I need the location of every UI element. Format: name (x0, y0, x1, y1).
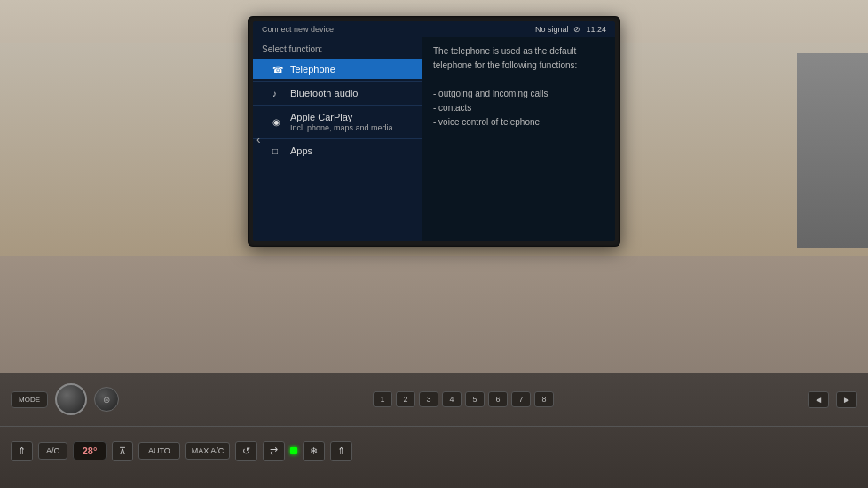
music-icon: ♪ (272, 89, 285, 98)
divider-2 (253, 105, 422, 106)
recirculation-icon: ↺ (242, 445, 250, 456)
sync-icon: ⇄ (270, 445, 278, 456)
fan-button[interactable]: ⊛ (94, 387, 119, 412)
right-info-panel: The telephone is used as the default tel… (422, 37, 615, 241)
fan-down-button[interactable]: ⊼ (112, 441, 133, 461)
preset-btn-4[interactable]: 4 (442, 391, 462, 407)
select-function-label: Select function: (253, 43, 422, 59)
left-menu-panel: Select function: ‹ ☎ Telephone ♪ (253, 37, 422, 241)
menu-item-telephone[interactable]: ☎ Telephone (253, 59, 422, 79)
divider-1 (253, 81, 422, 82)
temperature-display: 28° (73, 441, 107, 460)
seat-heat-right-icon: ⇑ (337, 445, 345, 456)
connect-label: Connect new device (262, 25, 334, 34)
preset-btn-8[interactable]: 8 (534, 391, 554, 407)
info-description: The telephone is used as the default tel… (433, 44, 604, 130)
infotainment-screen: Connect new device No signal ⊘ 11:24 Sel… (253, 21, 615, 241)
auto-button[interactable]: AUTO (138, 442, 180, 460)
control-panel: MODE ⊛ 1 2 3 4 5 6 7 8 ◄ ► ⇑ A/C (0, 373, 868, 488)
fan-icon: ⊛ (103, 395, 110, 405)
dashboard: Connect new device No signal ⊘ 11:24 Sel… (0, 0, 868, 488)
divider-3 (253, 138, 422, 139)
bluetooth-text: Bluetooth audio (290, 88, 358, 98)
preset-btn-2[interactable]: 2 (396, 391, 415, 407)
time-display: 11:24 (586, 25, 606, 34)
preset-buttons-group: 1 2 3 4 5 6 7 8 (126, 391, 801, 407)
status-bar: Connect new device No signal ⊘ 11:24 (253, 21, 615, 37)
dash-right-panel (797, 53, 868, 248)
status-right: No signal ⊘ 11:24 (535, 25, 606, 34)
screen-bezel: Connect new device No signal ⊘ 11:24 Sel… (248, 16, 620, 247)
preset-btn-6[interactable]: 6 (488, 391, 508, 407)
preset-btn-7[interactable]: 7 (511, 391, 531, 407)
recirculation-button[interactable]: ↺ (235, 441, 257, 461)
menu-item-apps[interactable]: □ Apps (253, 141, 422, 161)
preset-btn-3[interactable]: 3 (419, 391, 438, 407)
signal-icon: ⊘ (573, 25, 580, 34)
carplay-text: Apple CarPlay Incl. phone, maps and medi… (290, 112, 393, 132)
bottom-controls-row: ⇑ A/C 28° ⊼ AUTO MAX A/C ↺ ⇄ ❄ ⇑ (0, 426, 868, 475)
no-signal-text: No signal (535, 25, 569, 34)
led-indicator (290, 447, 297, 454)
defrost-button[interactable]: ❄ (303, 441, 325, 461)
apps-text: Apps (290, 146, 312, 156)
ac-button[interactable]: A/C (38, 442, 67, 460)
defrost-icon: ❄ (310, 445, 318, 456)
seat-heat-left-button[interactable]: ⇑ (11, 441, 33, 461)
top-controls-row: MODE ⊛ 1 2 3 4 5 6 7 8 ◄ ► (0, 373, 868, 426)
telephone-text: Telephone (290, 64, 335, 75)
preset-btn-1[interactable]: 1 (373, 391, 392, 407)
volume-knob[interactable] (55, 383, 87, 415)
telephone-icon: ☎ (272, 65, 285, 75)
sync-button[interactable]: ⇄ (263, 441, 285, 461)
apps-icon: □ (272, 146, 285, 156)
mode-button[interactable]: MODE (11, 391, 48, 408)
nav-next-button[interactable]: ► (836, 391, 857, 408)
seat-heat-left-icon: ⇑ (18, 445, 26, 456)
menu-item-bluetooth-audio[interactable]: ♪ Bluetooth audio (253, 83, 422, 103)
carplay-icon: ◉ (272, 117, 285, 127)
nav-arrow-left[interactable]: ‹ (256, 132, 261, 146)
nav-prev-button[interactable]: ◄ (808, 391, 829, 408)
menu-item-apple-carplay[interactable]: ◉ Apple CarPlay Incl. phone, maps and me… (253, 107, 422, 137)
max-ac-button[interactable]: MAX A/C (185, 442, 231, 460)
seat-heat-right-button[interactable]: ⇑ (330, 441, 352, 461)
fan-down-icon: ⊼ (119, 445, 126, 456)
preset-btn-5[interactable]: 5 (465, 391, 485, 407)
screen-main-content: Select function: ‹ ☎ Telephone ♪ (253, 37, 615, 241)
